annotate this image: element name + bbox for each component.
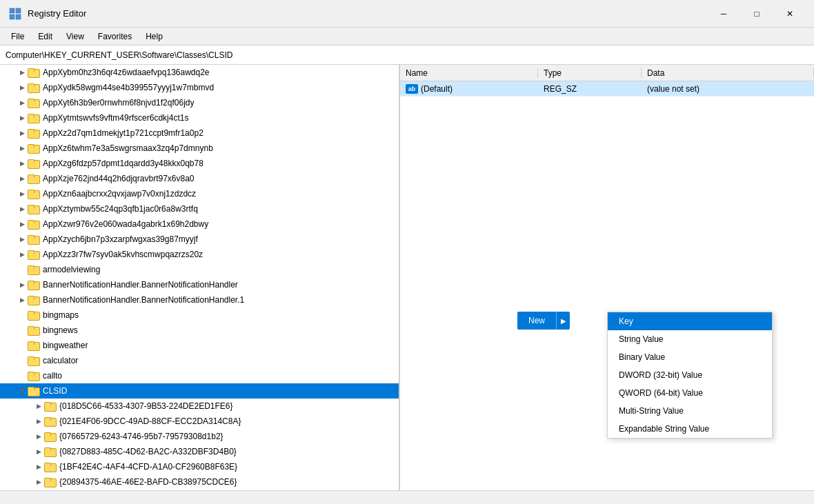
tree-chevron-icon: ▶ xyxy=(17,112,28,123)
folder-icon xyxy=(28,234,40,245)
tree-item[interactable]: ▶AppXzwr976v2e060wada4gabrk1x69h2dbwy xyxy=(0,216,399,232)
tree-item[interactable]: ▶AppXydk58wgm44se4b399557yyyj1w7mbmvd xyxy=(0,80,399,95)
maximize-button[interactable]: □ xyxy=(741,3,773,24)
tree-chevron-icon: ▶ xyxy=(17,385,28,396)
tree-item[interactable]: ▶AppXzych6jbn7p3xzarpfwgxas39g87myyjf xyxy=(0,232,399,247)
tree-item[interactable]: bingnews xyxy=(0,323,399,338)
tree-pane[interactable]: ▶AppXybm0hz3h6qr4z6wdaaefvpq136awdq2e▶Ap… xyxy=(0,65,400,490)
submenu-item[interactable]: QWORD (64-bit) Value xyxy=(608,384,772,402)
submenu-item[interactable]: Multi-String Value xyxy=(608,402,772,420)
tree-item[interactable]: ▶AppXytmtswvfs9vftm49rfscer6cdkj4ct1s xyxy=(0,110,399,125)
tree-item[interactable]: ▶AppXyt6h3b9er0rnwhm6f8njvd1f2qf06jdy xyxy=(0,95,399,110)
status-bar xyxy=(0,490,814,504)
folder-icon xyxy=(28,203,40,214)
tree-chevron-icon: ▶ xyxy=(33,401,44,412)
tree-item[interactable]: armodelviewing xyxy=(0,262,399,277)
tree-item[interactable]: ▶AppXzg6fdzp57dpmt1dqardd3y48kkx0qb78 xyxy=(0,156,399,171)
folder-icon xyxy=(28,385,40,396)
folder-icon xyxy=(28,67,40,78)
tree-item[interactable]: ▶{0827D883-485C-4D62-BA2C-A332DBF3D4B0} xyxy=(0,444,399,459)
tree-item[interactable]: ▶{20894375-46AE-46E2-BAFD-CB38975CDCE6} xyxy=(0,474,399,490)
tree-item-label: bingmaps xyxy=(43,310,399,320)
tree-chevron-icon: ▶ xyxy=(17,219,28,230)
folder-icon xyxy=(28,279,40,290)
new-button[interactable]: New xyxy=(517,312,556,330)
svg-rect-2 xyxy=(10,14,14,19)
menu-item-edit[interactable]: Edit xyxy=(32,30,58,43)
tree-item-label: bingweather xyxy=(43,341,399,350)
tree-item-label: BannerNotificationHandler.BannerNotifica… xyxy=(43,295,399,305)
tree-item[interactable]: ▶BannerNotificationHandler.BannerNotific… xyxy=(0,292,399,308)
menu-bar: FileEditViewFavoritesHelp xyxy=(0,28,814,46)
svg-rect-1 xyxy=(16,8,21,13)
ab-icon: ab xyxy=(406,84,418,94)
folder-icon xyxy=(28,310,40,321)
submenu-item[interactable]: Key xyxy=(608,312,772,330)
new-button-arrow[interactable]: ▶ xyxy=(556,312,570,330)
folder-icon xyxy=(28,143,40,154)
tree-chevron-icon: ▶ xyxy=(33,461,44,472)
submenu-item[interactable]: DWORD (32-bit) Value xyxy=(608,366,772,384)
tree-chevron-icon: ▶ xyxy=(17,294,28,305)
col-header-name: Name xyxy=(400,68,538,78)
submenu-item[interactable]: String Value xyxy=(608,330,772,348)
tree-chevron-icon xyxy=(17,310,28,321)
tree-item[interactable]: ▶{018D5C66-4533-4307-9B53-224DE2ED1FE6} xyxy=(0,399,399,414)
value-type: REG_SZ xyxy=(538,84,642,94)
tree-item[interactable]: ▶CLSID xyxy=(0,383,399,399)
minimize-button[interactable]: ─ xyxy=(708,3,739,24)
folder-icon xyxy=(28,82,40,93)
tree-chevron-icon xyxy=(17,355,28,366)
folder-icon xyxy=(28,97,40,108)
folder-icon xyxy=(44,461,57,472)
folder-icon xyxy=(28,158,40,169)
tree-item[interactable]: ▶AppXz2d7qm1dmekjyt1p721ccpt9mfr1a0p2 xyxy=(0,125,399,141)
folder-icon xyxy=(44,431,57,442)
menu-item-help[interactable]: Help xyxy=(140,30,168,43)
tree-item[interactable]: ▶{07665729-6243-4746-95b7-79579308d1b2} xyxy=(0,429,399,444)
tree-chevron-icon: ▶ xyxy=(17,173,28,184)
tree-item[interactable]: calculator xyxy=(0,353,399,368)
tree-item[interactable]: ▶BannerNotificationHandler.BannerNotific… xyxy=(0,277,399,292)
tree-item[interactable]: bingmaps xyxy=(0,308,399,323)
tree-item[interactable]: callto xyxy=(0,368,399,383)
tree-item[interactable]: bingweather xyxy=(0,338,399,353)
tree-item[interactable]: ▶AppXz6twhm7e3a5swgrsmaax3zq4p7dmnynb xyxy=(0,141,399,156)
tree-chevron-icon: ▶ xyxy=(33,476,44,487)
tree-item[interactable]: ▶AppXztymbw55c24qp3qfb1jac0r6a8w3rtfq xyxy=(0,201,399,216)
tree-item[interactable]: ▶AppXzn6aajbcrxx2qvxjawp7v0xnj1zdzdcz xyxy=(0,186,399,201)
tree-chevron-icon: ▶ xyxy=(17,249,28,260)
value-row[interactable]: ab(Default)REG_SZ(value not set) xyxy=(400,81,814,97)
submenu-item[interactable]: Expandable String Value xyxy=(608,420,772,438)
menu-item-file[interactable]: File xyxy=(6,30,30,43)
tree-item[interactable]: ▶AppXzje762jnd44q2h6djqravbrt97x6v8a0 xyxy=(0,171,399,186)
tree-item[interactable]: ▶AppXybm0hz3h6qr4z6wdaaefvpq136awdq2e xyxy=(0,65,399,80)
address-path: Computer\HKEY_CURRENT_USER\Software\Clas… xyxy=(6,50,232,60)
tree-item[interactable]: ▶AppXzz3r7fw7syv0ak5kvhscmwpqazrzs20z xyxy=(0,247,399,262)
tree-item[interactable]: ▶{021E4F06-9DCC-49AD-88CF-ECC2DA314C8A} xyxy=(0,414,399,429)
tree-chevron-icon xyxy=(17,340,28,351)
values-pane[interactable]: Name Type Data ab(Default)REG_SZ(value n… xyxy=(400,65,814,490)
tree-item-label: {0827D883-485C-4D62-BA2C-A332DBF3D4B0} xyxy=(59,447,399,456)
title-bar: Registry Editor ─ □ ✕ xyxy=(0,0,814,28)
folder-icon xyxy=(28,173,40,184)
close-button[interactable]: ✕ xyxy=(774,3,806,24)
address-bar: Computer\HKEY_CURRENT_USER\Software\Clas… xyxy=(0,46,814,65)
submenu-item[interactable]: Binary Value xyxy=(608,348,772,366)
menu-item-view[interactable]: View xyxy=(61,30,90,43)
tree-chevron-icon xyxy=(17,370,28,381)
folder-icon xyxy=(28,249,40,260)
tree-item-label: AppXyt6h3b9er0rnwhm6f8njvd1f2qf06jdy xyxy=(43,98,399,108)
folder-icon xyxy=(28,325,40,336)
col-header-type: Type xyxy=(538,68,642,78)
tree-item-label: CLSID xyxy=(43,386,399,396)
context-overlay: New ▶ KeyString ValueBinary ValueDWORD (… xyxy=(517,312,570,330)
col-header-data: Data xyxy=(642,68,814,78)
menu-item-favorites[interactable]: Favorites xyxy=(92,30,137,43)
tree-item-label: BannerNotificationHandler.BannerNotifica… xyxy=(43,280,399,290)
folder-icon xyxy=(28,370,40,381)
values-header: Name Type Data xyxy=(400,65,814,81)
value-name: ab(Default) xyxy=(400,84,538,94)
tree-item-label: AppXzwr976v2e060wada4gabrk1x69h2dbwy xyxy=(43,219,399,229)
tree-item[interactable]: ▶{1BF42E4C-4AF4-4CFD-A1A0-CF2960B8F63E} xyxy=(0,459,399,474)
